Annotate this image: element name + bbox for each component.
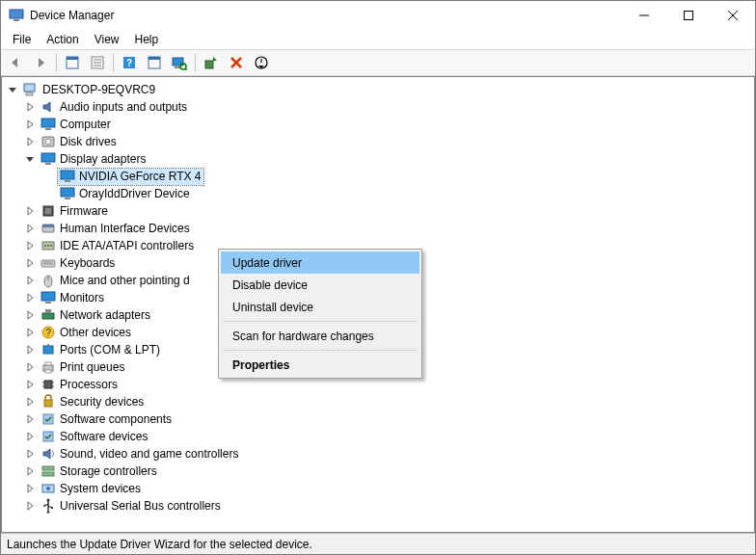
display-icon xyxy=(60,186,75,201)
context-menu-item-label: Properties xyxy=(232,358,289,372)
show-hidden-button[interactable] xyxy=(61,51,84,74)
tree-item-label: Firmware xyxy=(60,204,108,218)
tree-category[interactable]: Human Interface Devices xyxy=(2,220,754,237)
monitor-icon xyxy=(40,117,56,132)
port-icon xyxy=(40,342,56,357)
chevron-right-icon xyxy=(23,222,37,235)
forward-button[interactable] xyxy=(29,51,52,74)
tree-item-label: NVIDIA GeForce RTX 4 xyxy=(79,170,202,183)
context-menu-item[interactable]: Scan for hardware changes xyxy=(221,325,419,347)
chevron-right-icon xyxy=(23,118,37,131)
usb-icon xyxy=(40,498,56,514)
svg-rect-32 xyxy=(61,171,74,179)
tree-category[interactable]: Display adapters xyxy=(2,150,754,168)
firmware-icon xyxy=(40,203,56,219)
svg-rect-30 xyxy=(41,153,55,162)
svg-point-72 xyxy=(47,499,50,502)
chevron-right-icon xyxy=(42,187,56,200)
tree-category[interactable]: Firmware xyxy=(2,202,754,220)
context-menu: Update driverDisable deviceUninstall dev… xyxy=(218,249,422,379)
tree-category[interactable]: Storage controllers xyxy=(2,462,754,480)
device-tree[interactable]: DESKTOP-9EQVRC9Audio inputs and outputsC… xyxy=(1,76,755,533)
software-icon xyxy=(40,411,56,427)
context-menu-item[interactable]: Update driver xyxy=(221,251,419,274)
context-menu-item[interactable]: Uninstall device xyxy=(221,296,419,318)
context-menu-item-label: Disable device xyxy=(232,278,308,292)
menu-help[interactable]: Help xyxy=(127,31,167,48)
disable-button[interactable] xyxy=(250,51,273,74)
status-bar: Launches the Update Driver Wizard for th… xyxy=(1,533,755,554)
tree-category[interactable]: Sound, video and game controllers xyxy=(2,445,754,462)
tree-item-label: Computer xyxy=(60,118,111,131)
svg-rect-74 xyxy=(51,507,53,509)
tree-item-label: Security devices xyxy=(60,395,144,409)
svg-rect-68 xyxy=(42,466,54,470)
tree-item-label: Software devices xyxy=(60,430,148,443)
network-icon xyxy=(40,307,56,323)
tree-item-label: DESKTOP-9EQVRC9 xyxy=(42,83,155,96)
chevron-right-icon xyxy=(23,135,37,148)
chevron-right-icon xyxy=(23,464,37,478)
scan-button[interactable] xyxy=(168,51,191,74)
tree-item-label: Ports (COM & LPT) xyxy=(60,343,160,357)
help-button[interactable]: ? xyxy=(118,51,141,74)
svg-point-42 xyxy=(47,245,49,247)
storage-icon xyxy=(40,463,56,479)
display-icon xyxy=(60,169,75,184)
svg-rect-65 xyxy=(44,400,52,407)
action-button[interactable] xyxy=(143,51,166,74)
svg-rect-56 xyxy=(47,344,49,346)
window-controls xyxy=(622,1,755,30)
window-title: Device Manager xyxy=(30,9,622,22)
svg-rect-7 xyxy=(67,57,78,60)
svg-line-19 xyxy=(185,68,187,70)
tree-category[interactable]: Software components xyxy=(2,410,754,428)
tree-item-label: Keyboards xyxy=(60,256,115,270)
tree-category[interactable]: System devices xyxy=(2,480,754,497)
update-driver-button[interactable] xyxy=(200,51,223,74)
tree-category[interactable]: Computer xyxy=(2,116,754,133)
tree-item-label: Other devices xyxy=(60,326,131,339)
title-bar: Device Manager xyxy=(1,1,755,30)
svg-point-41 xyxy=(44,245,46,247)
properties-button[interactable] xyxy=(86,51,109,74)
svg-rect-3 xyxy=(685,12,693,20)
chevron-right-icon xyxy=(23,308,37,322)
minimize-button[interactable] xyxy=(622,1,666,30)
chevron-down-icon[interactable] xyxy=(6,83,19,96)
back-button[interactable] xyxy=(4,51,27,74)
software-icon xyxy=(40,429,56,444)
svg-rect-0 xyxy=(10,10,23,18)
context-menu-separator xyxy=(223,350,418,351)
tree-category[interactable]: Software devices xyxy=(2,428,754,445)
svg-rect-49 xyxy=(41,292,55,301)
svg-rect-50 xyxy=(45,302,51,304)
tree-item-label: Universal Serial Bus controllers xyxy=(60,499,221,513)
tree-category[interactable]: Security devices xyxy=(2,393,754,410)
tree-category[interactable]: Audio inputs and outputs xyxy=(2,98,754,116)
chevron-down-icon[interactable] xyxy=(23,152,37,166)
menu-file[interactable]: File xyxy=(5,31,39,48)
context-menu-item[interactable]: Properties xyxy=(221,354,419,376)
cpu-icon xyxy=(40,377,56,392)
context-menu-item-label: Uninstall device xyxy=(232,301,313,314)
tree-device[interactable]: OrayIddDriver Device xyxy=(2,185,754,202)
menu-bar: File Action View Help xyxy=(1,30,755,49)
context-menu-item-label: Update driver xyxy=(232,256,302,270)
svg-rect-37 xyxy=(45,208,51,214)
context-menu-item[interactable]: Disable device xyxy=(221,274,419,296)
tree-category[interactable]: Universal Serial Bus controllers xyxy=(2,497,754,515)
svg-rect-55 xyxy=(43,346,53,354)
tree-root[interactable]: DESKTOP-9EQVRC9 xyxy=(2,81,754,98)
svg-rect-25 xyxy=(26,92,33,95)
chevron-right-icon xyxy=(23,274,37,287)
system-icon xyxy=(40,481,56,496)
menu-view[interactable]: View xyxy=(87,31,127,48)
uninstall-button[interactable] xyxy=(225,51,248,74)
tree-category[interactable]: Disk drives xyxy=(2,133,754,150)
tree-device[interactable]: NVIDIA GeForce RTX 4 xyxy=(2,168,754,185)
menu-action[interactable]: Action xyxy=(39,31,86,48)
close-button[interactable] xyxy=(711,1,755,30)
maximize-button[interactable] xyxy=(666,1,711,30)
tree-item-label: Network adapters xyxy=(60,308,150,322)
